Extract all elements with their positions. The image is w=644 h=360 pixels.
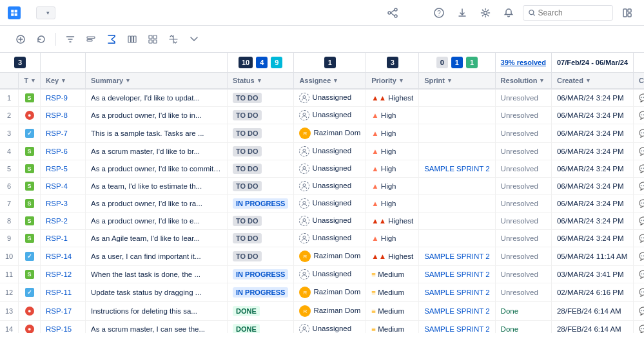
row-key-cell[interactable]: RSP-15 (40, 321, 85, 334)
row-sprint-cell (419, 89, 495, 107)
resolved-link[interactable]: 39% resolved (501, 59, 546, 66)
row-resolution-cell: Unresolved (495, 230, 551, 247)
col-header-assignee[interactable]: Assignee▾ (294, 73, 366, 90)
row-priority-cell: ▲ High (366, 143, 419, 160)
row-key-cell[interactable]: RSP-2 (40, 213, 85, 230)
row-key-cell[interactable]: RSP-14 (40, 247, 85, 266)
row-key-cell[interactable]: RSP-11 (40, 283, 85, 302)
row-comments-cell[interactable]: 💬Add comment (634, 195, 645, 213)
svg-rect-26 (153, 40, 157, 43)
chevron-created: ▾ (587, 77, 590, 84)
help-icon[interactable]: ? (430, 4, 448, 22)
badge-priority: 3 (387, 57, 398, 68)
row-resolution-cell: Unresolved (495, 124, 551, 143)
row-key-cell[interactable]: RSP-7 (40, 124, 85, 143)
col-header-summary[interactable]: Summary▾ (85, 73, 227, 90)
row-comments-cell[interactable]: 💬Add comment (634, 160, 645, 178)
row-status-cell: TO DO (227, 143, 293, 160)
col-header-comments[interactable]: Comments▾ (634, 73, 645, 90)
grid-icon[interactable] (145, 32, 161, 47)
svg-point-34 (303, 236, 306, 239)
row-created-cell: 28/FEB/24 6:14 AM (551, 302, 633, 321)
table-row: 11 S RSP-12 When the last task is done, … (0, 266, 644, 283)
group-icon[interactable] (83, 32, 99, 47)
row-sprint-cell[interactable]: SAMPLE SPRINT 2 (419, 266, 495, 283)
table-row: 5 S RSP-5 As a product owner, I'd like t… (0, 160, 644, 178)
row-number: 1 (0, 89, 19, 107)
row-priority-cell: ▲ High (366, 230, 419, 247)
col-header-type[interactable]: T▾ (19, 73, 41, 90)
row-sprint-cell (419, 124, 495, 143)
row-height-icon[interactable] (166, 32, 181, 47)
collapse-icon[interactable] (186, 32, 202, 47)
row-number: 3 (0, 124, 19, 143)
row-key-cell[interactable]: RSP-1 (40, 230, 85, 247)
chevron-resolution: ▾ (540, 77, 543, 84)
row-resolution-cell: Unresolved (495, 160, 551, 178)
row-comments-cell[interactable]: 💬Add comment (634, 89, 645, 107)
col-header-priority[interactable]: Priority▾ (366, 73, 419, 90)
row-key-cell[interactable]: RSP-5 (40, 160, 85, 178)
col-header-resolution[interactable]: Resolution▾ (495, 73, 551, 90)
row-key-cell[interactable]: RSP-8 (40, 107, 85, 124)
row-status-cell: TO DO (227, 124, 293, 143)
row-assignee-cell: Unassigned (294, 321, 366, 334)
search-box[interactable] (523, 5, 613, 21)
page-layout-icon[interactable] (618, 4, 636, 22)
row-comments-cell[interactable]: 💬Add comment (634, 124, 645, 143)
row-assignee-cell: RRaziman Dom (294, 247, 366, 266)
col-header-sprint[interactable]: Sprint▾ (419, 73, 495, 90)
row-resolution-cell: Unresolved (495, 283, 551, 302)
row-sprint-cell[interactable]: SAMPLE SPRINT 2 (419, 160, 495, 178)
col-header-key[interactable]: Key▾ (40, 73, 85, 90)
chevron-type: ▾ (32, 77, 35, 84)
columns-icon[interactable] (124, 32, 140, 47)
notification-icon[interactable] (500, 4, 518, 22)
settings-icon[interactable] (476, 4, 494, 22)
svg-rect-23 (149, 35, 152, 39)
row-status-cell: DONE (227, 321, 293, 334)
jql-button[interactable] (407, 4, 425, 22)
sum-icon[interactable] (104, 32, 119, 47)
col-header-created[interactable]: Created▾ (551, 73, 633, 90)
download-icon[interactable] (453, 4, 471, 22)
add-field-button[interactable] (13, 32, 28, 47)
table-row: 1 S RSP-9 As a developer, I'd like to up… (0, 89, 644, 107)
row-comments-cell[interactable]: 💬Add comment (634, 213, 645, 230)
row-sprint-cell[interactable]: SAMPLE SPRINT 2 (419, 283, 495, 302)
svg-rect-16 (628, 14, 631, 17)
svg-point-32 (303, 202, 306, 204)
table-row: 12 ✓ RSP-11 Update task status by draggi… (0, 283, 644, 302)
row-number: 10 (0, 247, 19, 266)
row-priority-cell: ▲▲ Highest (366, 213, 419, 230)
row-resolution-cell: Done (495, 302, 551, 321)
row-comments-cell[interactable]: 💬Add comment (634, 178, 645, 195)
row-key-cell[interactable]: RSP-6 (40, 143, 85, 160)
row-sprint-cell[interactable]: SAMPLE SPRINT 2 (419, 247, 495, 266)
row-key-cell[interactable]: RSP-9 (40, 89, 85, 107)
view-selector[interactable]: ▾ (36, 6, 55, 19)
row-key-cell[interactable]: RSP-12 (40, 266, 85, 283)
share-icon[interactable] (384, 4, 402, 22)
row-summary-cell: As a product owner, I'd like to e... (85, 213, 227, 230)
row-key-cell[interactable]: RSP-3 (40, 195, 85, 213)
row-type-cell: S (19, 160, 41, 178)
table-row: 13 ● RSP-17 Instructions for deleting th… (0, 302, 644, 321)
row-key-cell[interactable]: RSP-4 (40, 178, 85, 195)
svg-rect-1 (15, 10, 17, 12)
refresh-button[interactable] (34, 32, 49, 47)
row-priority-cell: ▲ High (366, 160, 419, 178)
row-comments-cell[interactable]: 💬Add comment (634, 143, 645, 160)
filter-icon[interactable] (63, 32, 78, 47)
search-input[interactable] (538, 8, 607, 17)
row-sprint-cell[interactable]: SAMPLE SPRINT 2 (419, 321, 495, 334)
row-comments-cell[interactable]: 💬Add comment (634, 230, 645, 247)
badge-sprint-1: 0 (436, 57, 448, 68)
row-type-cell: ● (19, 107, 41, 124)
badge-status-1: 10 (239, 57, 253, 68)
row-sprint-cell[interactable]: SAMPLE SPRINT 2 (419, 302, 495, 321)
col-header-status[interactable]: Status▾ (227, 73, 293, 90)
table-row: 3 ✓ RSP-7 This is a sample task. Tasks a… (0, 124, 644, 143)
row-comments-cell[interactable]: 💬Add comment (634, 107, 645, 124)
row-key-cell[interactable]: RSP-17 (40, 302, 85, 321)
